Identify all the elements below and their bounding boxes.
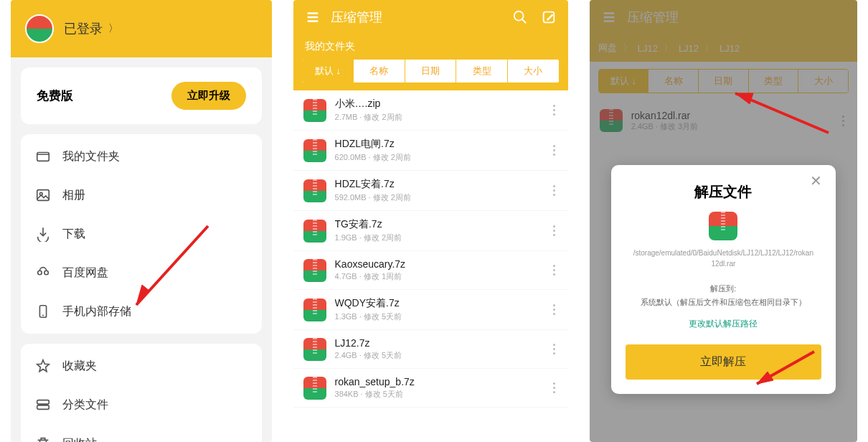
more-icon[interactable] — [550, 139, 558, 161]
login-status[interactable]: 已登录 〉 — [64, 20, 118, 37]
phone-icon — [35, 304, 51, 319]
menu-label: 我的文件夹 — [62, 149, 120, 164]
svg-point-4 — [44, 271, 49, 275]
tab-size[interactable]: 大小 — [508, 60, 559, 83]
menu-label: 百度网盘 — [62, 265, 108, 281]
file-meta: 2.7MB · 修改 2周前 — [335, 112, 542, 123]
extract-button[interactable]: 立即解压 — [626, 344, 821, 380]
close-button[interactable]: ✕ — [810, 174, 826, 189]
file-meta: 4.7GB · 修改 1周前 — [335, 271, 542, 282]
archive-icon — [303, 298, 326, 321]
menu-album[interactable]: 相册 — [21, 176, 262, 215]
menu-card-2: 收藏夹 分类文件 回收站 — [21, 344, 262, 442]
file-meta: 384KB · 修改 5天前 — [335, 389, 542, 400]
more-icon[interactable] — [550, 298, 558, 321]
svg-rect-6 — [37, 400, 49, 405]
file-name: HDZL安着.7z — [335, 178, 542, 191]
menu-internal-storage[interactable]: 手机内部存储 — [21, 292, 262, 331]
menu-baidu[interactable]: 百度网盘 — [21, 253, 262, 292]
svg-rect-1 — [37, 190, 49, 201]
file-name: TG安着.7z — [335, 218, 542, 231]
user-header: 已登录 〉 — [11, 0, 272, 57]
file-name: 小米….zip — [335, 98, 542, 110]
image-icon — [35, 187, 51, 203]
tab-name[interactable]: 名称 — [354, 60, 405, 83]
file-row[interactable]: 小米….zip2.7MB · 修改 2周前 — [293, 90, 568, 131]
plan-label: 免费版 — [37, 88, 73, 104]
file-meta: 1.9GB · 修改 2周前 — [335, 232, 542, 243]
menu-downloads[interactable]: 下载 — [21, 215, 262, 253]
cloud-icon — [35, 265, 51, 281]
avatar[interactable] — [25, 14, 54, 43]
subhead: 我的文件夹 — [302, 34, 560, 59]
archive-icon — [709, 212, 737, 240]
more-icon[interactable] — [550, 377, 558, 399]
archive-icon — [303, 377, 326, 400]
file-name: HDZL电闸.7z — [335, 138, 542, 151]
search-icon[interactable] — [512, 9, 528, 25]
upgrade-card: 免费版 立即升级 — [21, 67, 262, 124]
file-list: 小米….zip2.7MB · 修改 2周前 HDZL电闸.7z620.0MB ·… — [293, 90, 568, 442]
menu-recycle[interactable]: 回收站 — [21, 424, 262, 442]
menu-categorized[interactable]: 分类文件 — [21, 385, 262, 424]
file-row[interactable]: HDZL电闸.7z620.0MB · 修改 2周前 — [293, 131, 568, 171]
menu-label: 分类文件 — [62, 398, 108, 413]
download-icon — [35, 226, 51, 242]
archive-icon — [303, 99, 326, 122]
svg-rect-0 — [37, 153, 49, 161]
menu-label: 回收站 — [62, 436, 97, 443]
file-meta: 1.3GB · 修改 5天前 — [335, 311, 542, 322]
tab-default[interactable]: 默认 ↓ — [303, 60, 354, 83]
file-name: rokan_setup_b.7z — [335, 376, 542, 387]
file-meta: 2.4GB · 修改 5天前 — [335, 350, 542, 361]
more-icon[interactable] — [550, 259, 558, 281]
svg-point-10 — [514, 11, 523, 21]
svg-point-3 — [38, 271, 42, 275]
category-icon — [35, 397, 51, 413]
file-row[interactable]: Kaoxseucary.7z4.7GB · 修改 1周前 — [293, 251, 568, 290]
archive-icon — [303, 139, 326, 162]
menu-my-folder[interactable]: 我的文件夹 — [21, 137, 262, 176]
menu-label: 下载 — [62, 227, 85, 242]
phone-2: 压缩管理 我的文件夹 默认 ↓ 名称 日期 类型 大小 小米….zip2.7MB… — [293, 0, 568, 442]
phone-3: 压缩管理 网盘〉 LJ12〉 LJ12〉 LJ12 默认 ↓ 名称 日期 类型 … — [590, 0, 857, 442]
file-name: LJ12.7z — [335, 337, 542, 349]
login-label: 已登录 — [64, 20, 103, 37]
file-name: Kaoxseucary.7z — [335, 258, 542, 270]
dest-value: 系统默认（解压后文件和压缩包在相同目录下） — [626, 297, 821, 308]
sort-segment: 默认 ↓ 名称 日期 类型 大小 — [302, 59, 560, 83]
svg-rect-7 — [37, 405, 49, 410]
file-row[interactable]: rokan_setup_b.7z384KB · 修改 5天前 — [293, 369, 568, 408]
menu-label: 收藏夹 — [62, 359, 97, 374]
tabs-area: 我的文件夹 默认 ↓ 名称 日期 类型 大小 — [293, 34, 568, 90]
phone-1: 已登录 〉 免费版 立即升级 我的文件夹 相册 下载 百度网盘 — [11, 0, 272, 442]
extract-dialog: ✕ 解压文件 /storage/emulated/0/BaiduNetdisk/… — [611, 165, 836, 394]
menu-label: 相册 — [62, 188, 85, 203]
body: 免费版 立即升级 我的文件夹 相册 下载 百度网盘 手机内部存储 — [11, 57, 272, 442]
file-row[interactable]: LJ12.7z2.4GB · 修改 5天前 — [293, 330, 568, 369]
folder-icon — [35, 149, 51, 164]
archive-icon — [303, 338, 326, 361]
change-path-link[interactable]: 更改默认解压路径 — [626, 318, 821, 330]
more-icon[interactable] — [550, 99, 558, 121]
file-row[interactable]: TG安着.7z1.9GB · 修改 2周前 — [293, 211, 568, 251]
menu-favorites[interactable]: 收藏夹 — [21, 347, 262, 385]
dest-label: 解压到: — [626, 283, 821, 294]
tab-date[interactable]: 日期 — [405, 60, 457, 83]
menu-icon[interactable] — [305, 9, 321, 25]
compose-icon[interactable] — [541, 9, 557, 25]
file-row[interactable]: WQDY安着.7z1.3GB · 修改 5天前 — [293, 290, 568, 330]
file-name: WQDY安着.7z — [335, 297, 542, 310]
menu-label: 手机内部存储 — [62, 304, 131, 319]
more-icon[interactable] — [550, 338, 558, 360]
chevron-right-icon: 〉 — [108, 22, 118, 35]
more-icon[interactable] — [550, 220, 558, 242]
archive-icon — [303, 259, 326, 282]
dialog-title: 解压文件 — [626, 182, 821, 202]
upgrade-button[interactable]: 立即升级 — [171, 82, 246, 110]
file-row[interactable]: HDZL安着.7z592.0MB · 修改 2周前 — [293, 171, 568, 211]
tab-type[interactable]: 类型 — [456, 60, 508, 83]
file-meta: 592.0MB · 修改 2周前 — [335, 192, 542, 203]
star-icon — [35, 358, 51, 374]
more-icon[interactable] — [550, 179, 558, 202]
